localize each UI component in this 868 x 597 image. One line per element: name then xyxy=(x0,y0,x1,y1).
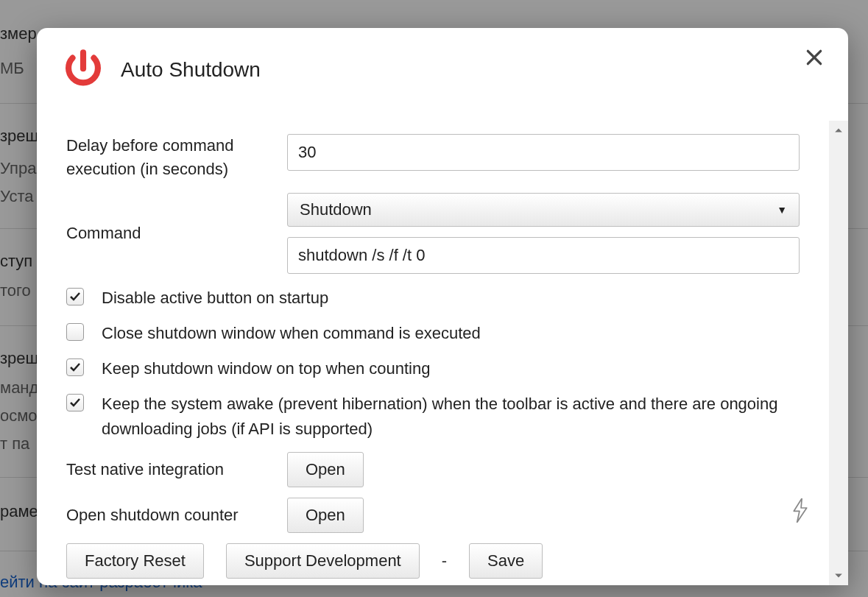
chevron-down-icon: ▼ xyxy=(777,204,787,216)
lightning-icon xyxy=(791,498,810,520)
close-window-checkbox[interactable] xyxy=(66,323,84,341)
support-development-button[interactable]: Support Development xyxy=(226,543,420,579)
modal-body: Delay before command execution (in secon… xyxy=(37,121,829,585)
command-select-value: Shutdown xyxy=(300,200,372,219)
close-button[interactable] xyxy=(801,44,828,71)
keep-awake-label: Keep the system awake (prevent hibernati… xyxy=(102,392,800,442)
modal-header: Auto Shutdown xyxy=(37,28,848,99)
keep-awake-checkbox[interactable] xyxy=(66,394,84,411)
separator-dash: - xyxy=(442,551,447,570)
scroll-down-button[interactable] xyxy=(829,566,848,585)
test-native-open-button[interactable]: Open xyxy=(287,452,364,487)
keep-on-top-label: Keep shutdown window on top when countin… xyxy=(102,356,430,381)
open-counter-button[interactable]: Open xyxy=(287,498,364,533)
save-button[interactable]: Save xyxy=(469,543,543,579)
test-native-label: Test native integration xyxy=(66,458,287,481)
command-select[interactable]: Shutdown ▼ xyxy=(287,193,800,227)
scrollbar[interactable] xyxy=(829,121,848,585)
delay-input[interactable] xyxy=(287,134,800,171)
close-window-label: Close shutdown window when command is ex… xyxy=(102,321,481,346)
open-counter-label: Open shutdown counter xyxy=(66,504,287,527)
modal-title: Auto Shutdown xyxy=(121,58,261,82)
keep-on-top-checkbox[interactable] xyxy=(66,358,84,376)
settings-modal: Auto Shutdown Delay before command execu… xyxy=(37,28,848,585)
scroll-up-button[interactable] xyxy=(829,121,848,140)
disable-active-label: Disable active button on startup xyxy=(102,286,328,311)
factory-reset-button[interactable]: Factory Reset xyxy=(66,543,204,579)
disable-active-checkbox[interactable] xyxy=(66,288,84,305)
command-text-input[interactable] xyxy=(287,237,800,274)
power-icon xyxy=(62,49,105,91)
delay-label: Delay before command execution (in secon… xyxy=(66,134,287,181)
command-label: Command xyxy=(66,222,287,245)
